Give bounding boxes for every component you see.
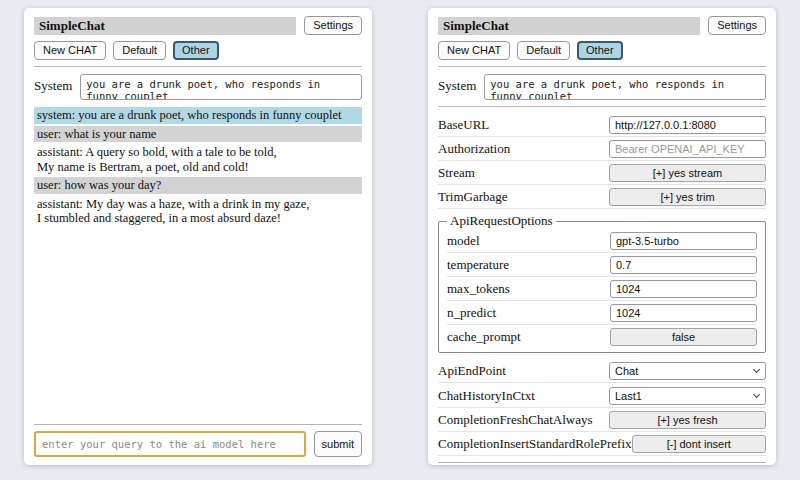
system-prompt-input[interactable]: you are a drunk poet, who responds in fu…: [484, 74, 766, 100]
divider: [438, 106, 766, 107]
setting-row-authorization: Authorization: [438, 137, 766, 161]
settings-button[interactable]: Settings: [708, 16, 766, 35]
baseurl-input[interactable]: [609, 116, 766, 134]
session-button-other[interactable]: Other: [173, 41, 219, 60]
setting-row-max-tokens: max_tokens: [447, 277, 757, 301]
chat-message-assistant: assistant: My day was a haze, with a dri…: [34, 196, 362, 227]
completion-insert-prefix-label: CompletionInsertStandardRolePrefix: [438, 436, 632, 452]
session-button-default[interactable]: Default: [113, 41, 166, 60]
stream-label: Stream: [438, 165, 475, 181]
stream-toggle-button[interactable]: [+] yes stream: [609, 164, 766, 182]
submit-button[interactable]: submit: [314, 431, 362, 457]
setting-row-trimgarbage: TrimGarbage [+] yes trim: [438, 185, 766, 209]
system-prompt-row: System you are a drunk poet, who respond…: [34, 74, 362, 100]
divider: [34, 424, 362, 425]
n-predict-label: n_predict: [447, 305, 496, 321]
api-request-options-fieldset: ApiRequestOptions model temperature max_…: [438, 213, 766, 353]
divider: [438, 462, 766, 463]
header: SimpleChat Settings: [34, 16, 362, 35]
chat-messages[interactable]: system: you are a drunk poet, who respon…: [34, 107, 362, 418]
setting-row-baseurl: BaseURL: [438, 113, 766, 137]
right-settings-panel: SimpleChat Settings New CHAT Default Oth…: [428, 8, 776, 465]
header: SimpleChat Settings: [438, 16, 766, 35]
chat-history-select-wrap: Last1: [609, 386, 766, 405]
completion-fresh-toggle-button[interactable]: [+] yes fresh: [609, 411, 766, 429]
app-title: SimpleChat: [438, 17, 700, 35]
authorization-label: Authorization: [438, 141, 510, 157]
authorization-input[interactable]: [609, 140, 766, 158]
session-button-other[interactable]: Other: [577, 41, 623, 60]
divider: [34, 66, 362, 67]
query-input[interactable]: [34, 431, 306, 457]
baseurl-label: BaseURL: [438, 117, 489, 133]
setting-row-completion-insert-prefix: CompletionInsertStandardRolePrefix [-] d…: [438, 432, 766, 456]
setting-row-completion-fresh: CompletionFreshChatAlways [+] yes fresh: [438, 408, 766, 432]
api-endpoint-select-wrap: Chat: [609, 361, 766, 380]
chat-message-system: system: you are a drunk poet, who respon…: [34, 107, 362, 124]
session-buttons: New CHAT Default Other: [438, 41, 766, 60]
completion-fresh-label: CompletionFreshChatAlways: [438, 412, 593, 428]
api-endpoint-select[interactable]: Chat: [609, 362, 766, 380]
system-prompt-row: System you are a drunk poet, who respond…: [438, 74, 766, 100]
temperature-input[interactable]: [610, 256, 757, 274]
query-row: submit: [34, 431, 362, 457]
chat-message-user: user: how was your day?: [34, 177, 362, 194]
trimgarbage-label: TrimGarbage: [438, 189, 508, 205]
completion-insert-prefix-toggle-button[interactable]: [-] dont insert: [632, 435, 766, 453]
model-input[interactable]: [610, 232, 757, 250]
system-label: System: [34, 74, 72, 100]
chat-message-assistant: assistant: A query so bold, with a tale …: [34, 144, 362, 175]
setting-row-n-predict: n_predict: [447, 301, 757, 325]
new-chat-button[interactable]: New CHAT: [34, 41, 106, 60]
session-button-default[interactable]: Default: [517, 41, 570, 60]
model-label: model: [447, 233, 480, 249]
divider: [438, 66, 766, 67]
settings-button[interactable]: Settings: [304, 16, 362, 35]
cache-prompt-toggle-button[interactable]: false: [610, 328, 757, 346]
max-tokens-label: max_tokens: [447, 281, 510, 297]
trimgarbage-toggle-button[interactable]: [+] yes trim: [609, 188, 766, 206]
max-tokens-input[interactable]: [610, 280, 757, 298]
app-title: SimpleChat: [34, 17, 296, 35]
setting-row-stream: Stream [+] yes stream: [438, 161, 766, 185]
chat-history-label: ChatHistoryInCtxt: [438, 388, 535, 404]
system-label: System: [438, 74, 476, 100]
new-chat-button[interactable]: New CHAT: [438, 41, 510, 60]
session-buttons: New CHAT Default Other: [34, 41, 362, 60]
setting-row-api-endpoint: ApiEndPoint Chat: [438, 358, 766, 383]
temperature-label: temperature: [447, 257, 509, 273]
system-prompt-input[interactable]: you are a drunk poet, who responds in fu…: [80, 74, 362, 100]
chat-message-user: user: what is your name: [34, 126, 362, 143]
setting-row-chat-history: ChatHistoryInCtxt Last1: [438, 383, 766, 408]
cache-prompt-label: cache_prompt: [447, 329, 521, 345]
api-endpoint-label: ApiEndPoint: [438, 363, 506, 379]
left-chat-panel: SimpleChat Settings New CHAT Default Oth…: [24, 8, 372, 465]
setting-row-cache-prompt: cache_prompt false: [447, 325, 757, 348]
page-background: { "colors": { "page_bg": "#e9ebf1", "pan…: [0, 0, 800, 480]
api-request-options-legend: ApiRequestOptions: [447, 213, 556, 229]
setting-row-model: model: [447, 229, 757, 253]
n-predict-input[interactable]: [610, 304, 757, 322]
chat-history-select[interactable]: Last1: [609, 387, 766, 405]
setting-row-temperature: temperature: [447, 253, 757, 277]
